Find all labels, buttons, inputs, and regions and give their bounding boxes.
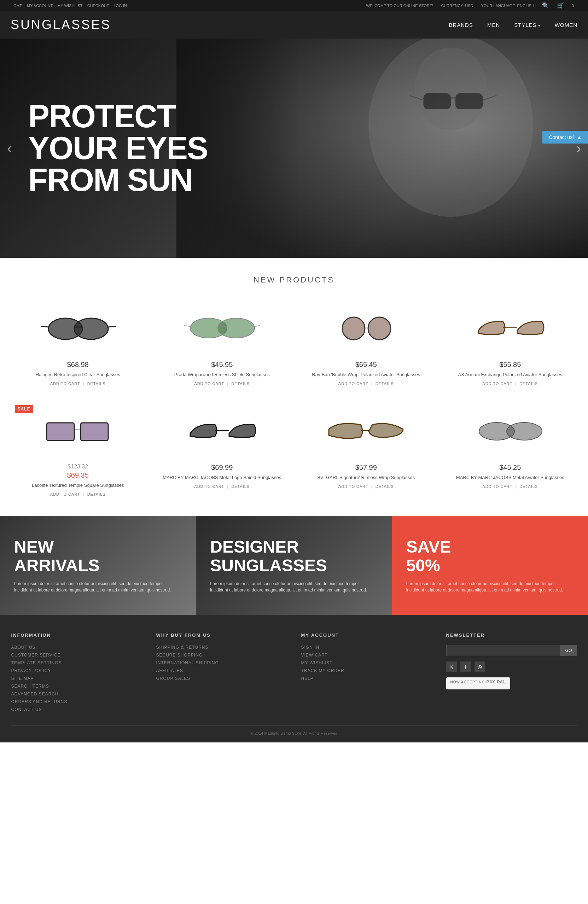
footer-link[interactable]: GROUP SALES bbox=[156, 676, 287, 681]
nav-women[interactable]: WOMEN bbox=[555, 22, 577, 28]
site-logo[interactable]: SUNGLASSES bbox=[11, 17, 111, 32]
details-button[interactable]: DETAILS bbox=[376, 484, 394, 488]
svg-rect-22 bbox=[81, 423, 108, 441]
product-card: $65.45Ray-Ban 'Bubble Wrap' Polarized Av… bbox=[299, 299, 433, 391]
product-name: Lacoste Textured Temple Square Sunglasse… bbox=[17, 482, 140, 488]
footer-link[interactable]: CUSTOMER SERVICE bbox=[11, 653, 142, 657]
add-to-cart-button[interactable]: ADD TO CART bbox=[50, 492, 80, 496]
header: SUNGLASSES BRANDS MEN STYLES WOMEN bbox=[0, 11, 588, 38]
nav-styles[interactable]: STYLES bbox=[514, 22, 541, 28]
footer-link[interactable]: SECURE SHOPPING bbox=[156, 653, 287, 657]
top-bar: HOME MY ACCOUNT MY WISHLIST CHECKOUT LOG… bbox=[0, 0, 588, 11]
promo-banner-3[interactable]: SAVE50%Lorem ipsum dolor sit amet conse … bbox=[392, 516, 588, 615]
nav-home[interactable]: HOME bbox=[11, 3, 22, 8]
paypal-badge[interactable]: NOW ACCEPTING PayPal bbox=[446, 677, 511, 689]
footer-link[interactable]: HELP bbox=[301, 676, 432, 681]
product-name: Ray-Ban 'Bubble Wrap' Polarized Aviator … bbox=[305, 371, 428, 378]
footer-link[interactable]: ABOUT US bbox=[11, 645, 142, 650]
facebook-icon[interactable]: f bbox=[460, 661, 471, 672]
footer-link[interactable]: TEMPLATE SETTINGS bbox=[11, 661, 142, 665]
footer-col-title: INFORMATION bbox=[11, 632, 142, 638]
new-products-section: NEW PRODUCTS $68.98Halogen Retro Inspire… bbox=[0, 258, 588, 516]
twitter-icon[interactable]: 𝕏 bbox=[446, 661, 457, 672]
add-to-cart-button[interactable]: ADD TO CART bbox=[338, 484, 368, 488]
nav-checkout[interactable]: CHECKOUT bbox=[87, 3, 109, 8]
details-button[interactable]: DETAILS bbox=[87, 381, 106, 386]
details-button[interactable]: DETAILS bbox=[87, 492, 106, 496]
nav-log-in[interactable]: LOG IN bbox=[114, 3, 126, 8]
promo-banner-2[interactable]: DESIGNERSUNGLASSESLorem ipsum dolor sit … bbox=[196, 516, 392, 615]
product-price: $57.99 bbox=[305, 463, 428, 472]
hero-prev-button[interactable]: ‹ bbox=[3, 137, 15, 160]
footer: INFORMATIONABOUT USCUSTOMER SERVICETEMPL… bbox=[0, 615, 588, 743]
product-name: Prada Wraparound Rimless Shield Sunglass… bbox=[161, 371, 284, 378]
main-navigation: BRANDS MEN STYLES WOMEN bbox=[449, 22, 577, 28]
nav-my-account[interactable]: MY ACCOUNT bbox=[27, 3, 53, 8]
social-icons: 𝕏f◎ bbox=[446, 661, 577, 672]
details-button[interactable]: DETAILS bbox=[231, 484, 250, 488]
details-button[interactable]: DETAILS bbox=[519, 381, 538, 386]
footer-link[interactable]: SIGN IN bbox=[301, 645, 432, 650]
paypal-text2: Pal bbox=[497, 680, 506, 684]
add-to-cart-button[interactable]: ADD TO CART bbox=[194, 381, 224, 386]
hero-title-line2: YOUR EYES bbox=[28, 132, 207, 164]
footer-link[interactable]: TRACK MY ORDER bbox=[301, 668, 432, 673]
add-to-cart-button[interactable]: ADD TO CART bbox=[338, 381, 368, 386]
footer-link[interactable]: INTERNATIONAL SHIPPING bbox=[156, 661, 287, 665]
newsletter-email-input[interactable] bbox=[446, 645, 560, 656]
product-image bbox=[17, 304, 140, 354]
language-selector[interactable]: YOUR LANGUAGE: ENGLISH bbox=[481, 3, 534, 8]
footer-link[interactable]: SEARCH TERMS bbox=[11, 684, 142, 689]
hero-content: PROTECT YOUR EYES FROM SUN bbox=[0, 100, 236, 196]
footer-link[interactable]: CONTACT US bbox=[11, 707, 142, 712]
hero-title-line3: FROM SUN bbox=[28, 164, 207, 196]
product-card: $57.99BVLGARI 'Signature' Rimless Wrap S… bbox=[299, 401, 433, 502]
footer-link[interactable]: VIEW CART bbox=[301, 653, 432, 657]
details-button[interactable]: DETAILS bbox=[376, 381, 394, 386]
details-button[interactable]: DETAILS bbox=[231, 381, 250, 386]
product-actions: ADD TO CART|DETAILS bbox=[305, 484, 428, 488]
promo-banner-1[interactable]: NEWARRIVALSLorem ipsum dolor sit amet co… bbox=[0, 516, 196, 615]
rss-icon[interactable]: ◎ bbox=[474, 661, 485, 672]
add-to-cart-button[interactable]: ADD TO CART bbox=[482, 484, 512, 488]
newsletter-go-button[interactable]: GO bbox=[560, 645, 577, 656]
product-image bbox=[449, 407, 572, 457]
paypal-text: Pay bbox=[487, 680, 496, 684]
footer-link[interactable]: SITE MAP bbox=[11, 676, 142, 681]
add-to-cart-button[interactable]: ADD TO CART bbox=[482, 381, 512, 386]
action-separator: | bbox=[515, 484, 517, 488]
cart-icon[interactable]: 🛒 bbox=[557, 2, 564, 9]
product-actions: ADD TO CART|DETAILS bbox=[449, 484, 572, 488]
nav-brands[interactable]: BRANDS bbox=[449, 22, 473, 28]
product-actions: ADD TO CART|DETAILS bbox=[161, 484, 284, 488]
details-button[interactable]: DETAILS bbox=[519, 484, 538, 488]
svg-point-27 bbox=[507, 422, 542, 440]
footer-col-title: MY ACCOUNT bbox=[301, 632, 432, 638]
nav-men[interactable]: MEN bbox=[487, 22, 500, 28]
footer-link[interactable]: SHIPPING & RETURNS bbox=[156, 645, 287, 650]
action-separator: | bbox=[227, 484, 228, 488]
footer-link[interactable]: PRIVACY POLICY bbox=[11, 668, 142, 673]
action-separator: | bbox=[371, 484, 373, 488]
welcome-text: WELCOME TO OUR ONLINE STORE! bbox=[366, 3, 433, 8]
nav-my-wishlist[interactable]: MY WISHLIST bbox=[57, 3, 82, 8]
add-to-cart-button[interactable]: ADD TO CART bbox=[194, 484, 224, 488]
footer-col-newsletter: NEWSLETTERGO𝕏f◎NOW ACCEPTING PayPal bbox=[446, 632, 577, 715]
product-price: $45.95 bbox=[161, 360, 284, 369]
footer-link[interactable]: ORDERS AND RETURNS bbox=[11, 699, 142, 704]
currency-selector[interactable]: CURRENCY: USD bbox=[441, 3, 473, 8]
footer-link[interactable]: AFFILIATES bbox=[156, 668, 287, 673]
footer-link[interactable]: ADVANCED SEARCH bbox=[11, 692, 142, 697]
promo-title: DESIGNERSUNGLASSES bbox=[210, 538, 378, 575]
product-image bbox=[305, 407, 428, 457]
cart-count: 0 bbox=[572, 3, 574, 8]
add-to-cart-button[interactable]: ADD TO CART bbox=[50, 381, 80, 386]
search-icon[interactable]: 🔍 bbox=[542, 2, 549, 9]
promo-text: Lorem ipsum dolor sit amet conse ctetur … bbox=[14, 580, 182, 593]
promo-title: NEWARRIVALS bbox=[14, 538, 182, 575]
svg-point-17 bbox=[342, 317, 365, 340]
product-actions: ADD TO CART|DETAILS bbox=[305, 381, 428, 386]
contact-us-button[interactable]: Contact us! ▲ bbox=[542, 131, 588, 144]
promo-title: SAVE50% bbox=[406, 538, 574, 575]
footer-link[interactable]: MY WISHLIST bbox=[301, 661, 432, 665]
